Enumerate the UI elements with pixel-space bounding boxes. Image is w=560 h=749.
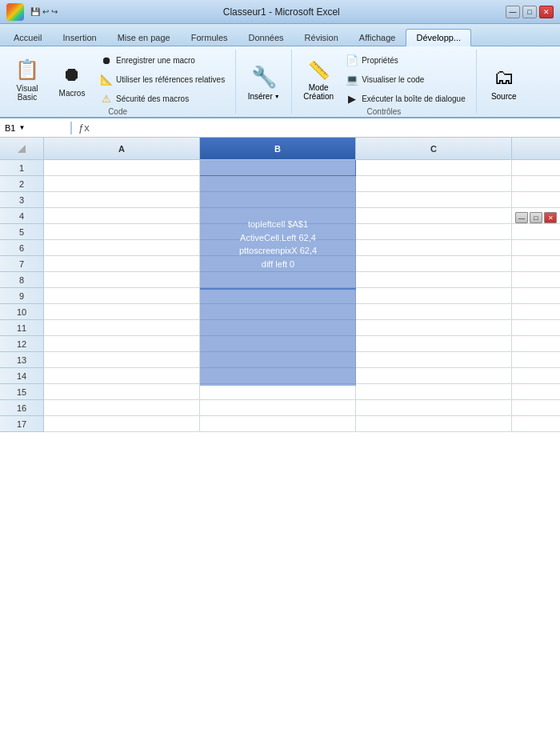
row-header-6[interactable]: 6 [0, 240, 44, 256]
cell-b3[interactable] [200, 192, 356, 208]
row-header-9[interactable]: 9 [0, 288, 44, 304]
cell-c5[interactable] [356, 224, 512, 240]
cell-b5[interactable] [200, 224, 356, 240]
cell-c16[interactable] [356, 400, 512, 416]
row-header-7[interactable]: 7 [0, 256, 44, 272]
row-header-5[interactable]: 5 [0, 224, 44, 240]
tab-accueil[interactable]: Accueil [3, 29, 52, 46]
cell-b1[interactable] [200, 160, 356, 176]
cell-rest-1 [512, 160, 560, 176]
row-header-8[interactable]: 8 [0, 272, 44, 288]
cell-b7[interactable] [200, 256, 356, 272]
cell-a11[interactable] [44, 320, 200, 336]
cell-c9[interactable] [356, 288, 512, 304]
close-button[interactable]: ✕ [539, 6, 554, 18]
cell-b4[interactable] [200, 208, 356, 224]
sheet-minimize-button[interactable]: — [515, 212, 528, 223]
cell-c8[interactable] [356, 272, 512, 288]
cell-b2[interactable] [200, 176, 356, 192]
tab-revision[interactable]: Révision [294, 29, 349, 46]
row-header-14[interactable]: 14 [0, 368, 44, 384]
cell-b6[interactable] [200, 240, 356, 256]
tab-developpeur[interactable]: Développ... [406, 29, 471, 46]
cell-b11[interactable] [200, 320, 356, 336]
macros-button[interactable]: ⏺ Macros [51, 53, 93, 106]
securite-macros-button[interactable]: ⚠ Sécurité des macros [96, 90, 229, 107]
col-header-c[interactable]: C [356, 138, 512, 160]
col-header-b[interactable]: B [200, 138, 356, 160]
cell-c12[interactable] [356, 336, 512, 352]
cell-a16[interactable] [44, 400, 200, 416]
row-header-1[interactable]: 1 [0, 160, 44, 176]
name-box[interactable]: B1 ▼ [0, 122, 72, 134]
cell-c14[interactable] [356, 368, 512, 384]
cell-c4[interactable] [356, 208, 512, 224]
cell-a5[interactable] [44, 224, 200, 240]
tab-donnees[interactable]: Données [238, 29, 294, 46]
cell-c7[interactable] [356, 256, 512, 272]
maximize-button[interactable]: □ [522, 6, 537, 18]
cell-a13[interactable] [44, 352, 200, 368]
corner-cell[interactable] [0, 138, 44, 160]
row-header-16[interactable]: 16 [0, 400, 44, 416]
source-button[interactable]: 🗂 Source [483, 63, 525, 101]
cell-c1[interactable] [356, 160, 512, 176]
col-header-a[interactable]: A [44, 138, 200, 160]
cell-b12[interactable] [200, 336, 356, 352]
enregistrer-macro-button[interactable]: ⏺ Enregistrer une macro [96, 51, 229, 69]
cell-b8[interactable] [200, 272, 356, 288]
cell-a7[interactable] [44, 256, 200, 272]
cell-c3[interactable] [356, 192, 512, 208]
row-header-4[interactable]: 4 [0, 208, 44, 224]
utiliser-references-button[interactable]: 📐 Utiliser les références relatives [96, 70, 229, 88]
cell-c10[interactable] [356, 304, 512, 320]
row-header-12[interactable]: 12 [0, 336, 44, 352]
visualiser-code-button[interactable]: 💻 Visualiser le code [342, 70, 470, 88]
row-header-11[interactable]: 11 [0, 320, 44, 336]
cell-a4[interactable] [44, 208, 200, 224]
minimize-button[interactable]: — [506, 6, 520, 18]
tab-formules[interactable]: Formules [181, 29, 238, 46]
cell-a14[interactable] [44, 368, 200, 384]
tab-mise-en-page[interactable]: Mise en page [107, 29, 181, 46]
sheet-close-button[interactable]: ✕ [544, 212, 557, 223]
cell-b13[interactable] [200, 352, 356, 368]
cell-a1[interactable] [44, 160, 200, 176]
row-header-13[interactable]: 13 [0, 352, 44, 368]
row-header-10[interactable]: 10 [0, 304, 44, 320]
cell-c2[interactable] [356, 176, 512, 192]
row-header-17[interactable]: 17 [0, 416, 44, 432]
cell-c17[interactable] [356, 416, 512, 432]
tab-affichage[interactable]: Affichage [349, 29, 406, 46]
tab-insertion[interactable]: Insertion [52, 29, 106, 46]
row-header-2[interactable]: 2 [0, 176, 44, 192]
proprietes-button[interactable]: 📄 Propriétés [342, 51, 470, 69]
row-header-15[interactable]: 15 [0, 384, 44, 400]
cell-b16[interactable] [200, 400, 356, 416]
name-box-dropdown-icon[interactable]: ▼ [18, 124, 25, 131]
cell-c13[interactable] [356, 352, 512, 368]
cell-b17[interactable] [200, 416, 356, 432]
mode-creation-button[interactable]: 📏 ModeCréation [298, 55, 338, 103]
inserer-button[interactable]: Insérer ▼ [248, 92, 280, 101]
sheet-restore-button[interactable]: □ [530, 212, 542, 223]
cell-b10[interactable] [200, 304, 356, 320]
cell-b14[interactable] [200, 368, 356, 384]
cell-a9[interactable] [44, 288, 200, 304]
cell-a2[interactable] [44, 176, 200, 192]
cell-c6[interactable] [356, 240, 512, 256]
cell-a8[interactable] [44, 272, 200, 288]
row-header-3[interactable]: 3 [0, 192, 44, 208]
cell-a3[interactable] [44, 192, 200, 208]
cell-b9[interactable] [200, 288, 356, 304]
cell-a6[interactable] [44, 240, 200, 256]
cell-a15[interactable] [44, 384, 200, 400]
cell-a10[interactable] [44, 304, 200, 320]
cell-c15[interactable] [356, 384, 512, 400]
cell-a12[interactable] [44, 336, 200, 352]
cell-b15[interactable] [200, 384, 356, 400]
cell-c11[interactable] [356, 320, 512, 336]
cell-a17[interactable] [44, 416, 200, 432]
visual-basic-button[interactable]: 📋 VisualBasic [6, 53, 48, 106]
executer-boite-button[interactable]: ▶ Exécuter la boîte de dialogue [342, 90, 470, 107]
